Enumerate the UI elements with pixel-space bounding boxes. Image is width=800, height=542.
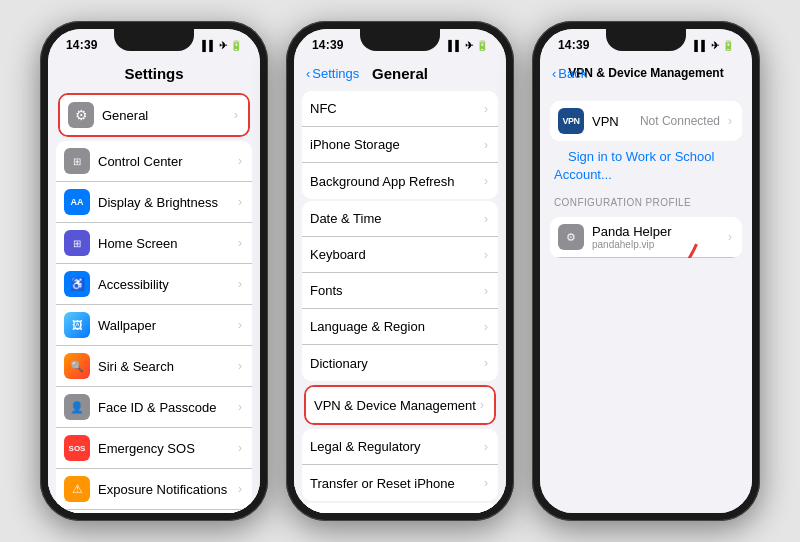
settings-item-bg-app-refresh[interactable]: Background App Refresh › bbox=[302, 163, 498, 199]
control-center-arrow: › bbox=[238, 154, 242, 168]
general-group-3: Legal & Regulatory › Transfer or Reset i… bbox=[302, 429, 498, 501]
panda-helper-label: Panda Helper bbox=[592, 224, 724, 239]
transfer-arrow: › bbox=[484, 476, 488, 490]
sos-label: Emergency SOS bbox=[98, 441, 234, 456]
settings-item-exposure[interactable]: ⚠ Exposure Notifications › bbox=[56, 469, 252, 510]
settings-item-faceid[interactable]: 👤 Face ID & Passcode › bbox=[56, 387, 252, 428]
sign-in-section: Sign in to Work or School Account... bbox=[540, 147, 752, 183]
nfc-arrow: › bbox=[484, 102, 488, 116]
settings-item-dictionary[interactable]: Dictionary › bbox=[302, 345, 498, 381]
settings-item-home-screen[interactable]: ⊞ Home Screen › bbox=[56, 223, 252, 264]
panda-helper-icon: ⚙ bbox=[558, 224, 584, 250]
exposure-label: Exposure Notifications bbox=[98, 482, 234, 497]
nav-bar-3: ‹ Back VPN & Device Management bbox=[540, 57, 752, 89]
settings-item-shutdown[interactable]: Shut Down bbox=[302, 503, 498, 513]
settings-item-siri[interactable]: 🔍 Siri & Search › bbox=[56, 346, 252, 387]
time-3: 14:39 bbox=[558, 38, 590, 52]
settings-item-sos[interactable]: SOS Emergency SOS › bbox=[56, 428, 252, 469]
phone-3: 14:39 ▌▌ ✈ 🔋 ‹ Back VPN & Device Managem… bbox=[532, 21, 760, 521]
status-icons-1: ▌▌ ✈ 🔋 bbox=[202, 40, 242, 51]
vpn-highlighted-group: VPN & Device Management › bbox=[304, 385, 496, 425]
nav-bar-1: Settings bbox=[48, 57, 260, 89]
siri-arrow: › bbox=[238, 359, 242, 373]
home-screen-icon: ⊞ bbox=[64, 230, 90, 256]
phone-1: 14:39 ▌▌ ✈ 🔋 Settings ⚙ General › bbox=[40, 21, 268, 521]
faceid-arrow: › bbox=[238, 400, 242, 414]
settings-item-language[interactable]: Language & Region › bbox=[302, 309, 498, 345]
accessibility-icon: ♿ bbox=[64, 271, 90, 297]
siri-label: Siri & Search bbox=[98, 359, 234, 374]
faceid-label: Face ID & Passcode bbox=[98, 400, 234, 415]
settings-item-battery[interactable]: 🔋 Battery › bbox=[56, 510, 252, 513]
panda-helper-item[interactable]: ⚙ Panda Helper pandahelp.vip › bbox=[550, 217, 742, 258]
wallpaper-label: Wallpaper bbox=[98, 318, 234, 333]
display-label: Display & Brightness bbox=[98, 195, 234, 210]
back-chevron-3: ‹ bbox=[552, 66, 556, 81]
legal-arrow: › bbox=[484, 440, 488, 454]
settings-item-legal[interactable]: Legal & Regulatory › bbox=[302, 429, 498, 465]
bg-app-refresh-arrow: › bbox=[484, 174, 488, 188]
faceid-icon: 👤 bbox=[64, 394, 90, 420]
settings-list-1: ⚙ General › ⊞ Control Center › AA bbox=[48, 93, 260, 513]
fonts-arrow: › bbox=[484, 284, 488, 298]
settings-item-date-time[interactable]: Date & Time › bbox=[302, 201, 498, 237]
language-arrow: › bbox=[484, 320, 488, 334]
iphone-storage-label: iPhone Storage bbox=[310, 137, 480, 152]
sos-arrow: › bbox=[238, 441, 242, 455]
settings-item-display[interactable]: AA Display & Brightness › bbox=[56, 182, 252, 223]
nav-title-3: VPN & Device Management bbox=[568, 66, 723, 80]
keyboard-label: Keyboard bbox=[310, 247, 480, 262]
settings-group-1a: ⊞ Control Center › AA Display & Brightne… bbox=[56, 141, 252, 513]
settings-item-accessibility[interactable]: ♿ Accessibility › bbox=[56, 264, 252, 305]
settings-item-vpn-mgmt[interactable]: VPN & Device Management › bbox=[306, 387, 494, 423]
settings-item-fonts[interactable]: Fonts › bbox=[302, 273, 498, 309]
status-icons-3: ▌▌ ✈ 🔋 bbox=[694, 40, 734, 51]
home-screen-label: Home Screen bbox=[98, 236, 234, 251]
keyboard-arrow: › bbox=[484, 248, 488, 262]
vpn-mgmt-label: VPN & Device Management bbox=[314, 398, 476, 413]
vpn-value: Not Connected bbox=[640, 114, 720, 128]
settings-item-iphone-storage[interactable]: iPhone Storage › bbox=[302, 127, 498, 163]
phone-3-screen: 14:39 ▌▌ ✈ 🔋 ‹ Back VPN & Device Managem… bbox=[540, 29, 752, 513]
settings-item-transfer[interactable]: Transfer or Reset iPhone › bbox=[302, 465, 498, 501]
exposure-icon: ⚠ bbox=[64, 476, 90, 502]
general-label: General bbox=[102, 108, 230, 123]
date-time-label: Date & Time bbox=[310, 211, 480, 226]
dictionary-label: Dictionary bbox=[310, 356, 480, 371]
settings-item-general[interactable]: ⚙ General › bbox=[60, 95, 248, 135]
general-arrow: › bbox=[234, 108, 238, 122]
dictionary-arrow: › bbox=[484, 356, 488, 370]
transfer-label: Transfer or Reset iPhone bbox=[310, 476, 480, 491]
nav-back-label-3: Back bbox=[558, 66, 587, 81]
display-icon: AA bbox=[64, 189, 90, 215]
time-1: 14:39 bbox=[66, 38, 98, 52]
vpn-icon: VPN bbox=[558, 108, 584, 134]
phone-2-screen: 14:39 ▌▌ ✈ 🔋 ‹ Settings General NFC › bbox=[294, 29, 506, 513]
general-group-2: Date & Time › Keyboard › Fonts › Langu bbox=[302, 201, 498, 381]
notch-1 bbox=[114, 29, 194, 51]
accessibility-arrow: › bbox=[238, 277, 242, 291]
settings-item-nfc[interactable]: NFC › bbox=[302, 91, 498, 127]
siri-icon: 🔍 bbox=[64, 353, 90, 379]
vpn-item[interactable]: VPN VPN Not Connected › bbox=[550, 101, 742, 141]
wallpaper-arrow: › bbox=[238, 318, 242, 332]
notch-2 bbox=[360, 29, 440, 51]
control-center-label: Control Center bbox=[98, 154, 234, 169]
status-icons-2: ▌▌ ✈ 🔋 bbox=[448, 40, 488, 51]
wallpaper-icon: 🖼 bbox=[64, 312, 90, 338]
config-profile-section: ⚙ Panda Helper pandahelp.vip › bbox=[550, 217, 742, 258]
legal-label: Legal & Regulatory bbox=[310, 439, 480, 454]
settings-item-control-center[interactable]: ⊞ Control Center › bbox=[56, 141, 252, 182]
sos-icon: SOS bbox=[64, 435, 90, 461]
settings-list-2: NFC › iPhone Storage › Background App Re… bbox=[294, 91, 506, 513]
nav-bar-2: ‹ Settings General bbox=[294, 57, 506, 89]
settings-item-wallpaper[interactable]: 🖼 Wallpaper › bbox=[56, 305, 252, 346]
vpn-label: VPN bbox=[592, 114, 640, 129]
settings-item-keyboard[interactable]: Keyboard › bbox=[302, 237, 498, 273]
date-time-arrow: › bbox=[484, 212, 488, 226]
sign-in-link[interactable]: Sign in to Work or School Account... bbox=[554, 147, 714, 183]
back-chevron-2: ‹ bbox=[306, 66, 310, 81]
panda-helper-sublabel: pandahelp.vip bbox=[592, 239, 724, 250]
nav-back-3[interactable]: ‹ Back bbox=[552, 66, 587, 81]
nav-back-2[interactable]: ‹ Settings bbox=[306, 66, 359, 81]
